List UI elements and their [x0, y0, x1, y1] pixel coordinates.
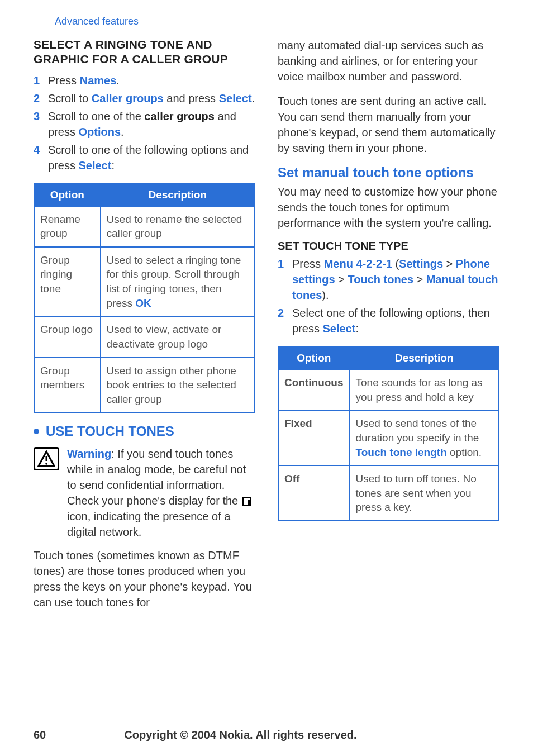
- table-row: Group logo Used to view, activate or dea…: [34, 316, 255, 357]
- right-column: many automated dial-up services such as …: [278, 37, 499, 619]
- touch-tones-key: Touch tones: [348, 273, 413, 286]
- svg-point-2: [45, 463, 47, 465]
- table-row: Off Used to turn off tones. No tones are…: [278, 465, 499, 521]
- copyright-text: Copyright © 2004 Nokia. All rights reser…: [124, 729, 499, 741]
- table-row: Group ringing tone Used to select a ring…: [34, 247, 255, 317]
- option-group-logo: Group logo: [34, 316, 101, 357]
- ok-key: OK: [135, 297, 151, 309]
- bullet-icon: [34, 429, 39, 434]
- step-1: 1 Press Names.: [34, 73, 255, 88]
- step-2: 2 Scroll to Caller groups and press Sele…: [34, 91, 255, 106]
- settings-key: Settings: [399, 258, 443, 270]
- option-off: Off: [278, 465, 350, 521]
- option-desc: Used to assign other phone book entries …: [101, 358, 255, 413]
- step-text: Select one of the following options, the…: [292, 305, 499, 336]
- step-4: 4 Scroll to one of the following options…: [34, 142, 255, 173]
- select-key: Select: [78, 159, 111, 172]
- touch-tones-cont-para: many automated dial-up services such as …: [278, 37, 499, 84]
- option-desc: Used to send tones of the duration you s…: [350, 410, 499, 465]
- digital-network-icon: [242, 497, 251, 506]
- option-group-ringing-tone: Group ringing tone: [34, 247, 101, 317]
- touch-tone-options-table: Option Description Continuous Tone sound…: [278, 346, 499, 521]
- set-touch-tone-type-heading: SET TOUCH TONE TYPE: [278, 240, 499, 253]
- option-desc: Used to turn off tones. No tones are sen…: [350, 465, 499, 521]
- option-desc: Used to rename the selected caller group: [101, 206, 255, 247]
- select-key: Select: [219, 92, 252, 104]
- touch-tone-steps: 1 Press Menu 4-2-2-1 (Settings > Phone s…: [278, 256, 499, 336]
- warning-text: Warning: If you send touch tones while i…: [67, 446, 255, 540]
- caller-group-options-table: Option Description Rename group Used to …: [34, 183, 255, 413]
- option-desc: Tone sounds for as long as you press and…: [350, 369, 499, 410]
- step-number: 4: [34, 142, 42, 173]
- table-row: Rename group Used to rename the selected…: [34, 206, 255, 247]
- use-touch-tones-heading: USE TOUCH TONES: [34, 424, 255, 439]
- warning-box: Warning: If you send touch tones while i…: [34, 446, 255, 540]
- step-3: 3 Scroll to one of the caller groups and…: [34, 108, 255, 140]
- table-row: Fixed Used to send tones of the duration…: [278, 410, 499, 465]
- step-text: Press Menu 4-2-2-1 (Settings > Phone set…: [292, 256, 499, 303]
- step-2: 2 Select one of the following options, t…: [278, 305, 499, 336]
- step-text: Scroll to one of the caller groups and p…: [48, 108, 255, 140]
- option-fixed: Fixed: [278, 410, 350, 465]
- option-group-members: Group members: [34, 358, 101, 413]
- set-manual-touch-tone-heading: Set manual touch tone options: [278, 165, 499, 180]
- step-number: 3: [34, 108, 42, 140]
- warning-icon: [34, 447, 59, 470]
- table-row: Group members Used to assign other phone…: [34, 358, 255, 413]
- menu-path: Menu 4-2-2-1: [324, 258, 392, 270]
- option-desc: Used to select a ringing tone for this g…: [101, 247, 255, 317]
- col-option: Option: [34, 184, 101, 206]
- warning-label: Warning: [67, 448, 111, 460]
- select-key: Select: [322, 322, 355, 335]
- caller-group-steps: 1 Press Names. 2 Scroll to Caller groups…: [34, 73, 255, 173]
- option-desc: Used to view, activate or deactivate gro…: [101, 316, 255, 357]
- names-key: Names: [80, 74, 117, 87]
- touch-tones-intro-para: Touch tones (sometimes known as DTMF ton…: [34, 548, 255, 610]
- step-number: 1: [278, 256, 287, 303]
- col-description: Description: [350, 347, 499, 369]
- option-rename-group: Rename group: [34, 206, 101, 247]
- left-column: SELECT A RINGING TONE AND GRAPHIC FOR A …: [34, 37, 255, 619]
- table-row: Continuous Tone sounds for as long as yo…: [278, 369, 499, 410]
- page-footer: 60 Copyright © 2004 Nokia. All rights re…: [34, 729, 499, 741]
- options-key: Options: [78, 126, 121, 138]
- step-1: 1 Press Menu 4-2-2-1 (Settings > Phone s…: [278, 256, 499, 303]
- touch-tones-active-call-para: Touch tones are sent during an active ca…: [278, 93, 499, 156]
- step-text: Scroll to Caller groups and press Select…: [48, 91, 255, 106]
- touch-tone-length-key: Touch tone length: [356, 446, 447, 458]
- caller-groups-key: Caller groups: [92, 92, 164, 104]
- step-number: 2: [34, 91, 42, 106]
- step-number: 2: [278, 305, 287, 336]
- caller-groups-bold: caller groups: [144, 110, 215, 122]
- col-description: Description: [101, 184, 255, 206]
- customize-para: You may need to customize how your phone…: [278, 184, 499, 231]
- step-number: 1: [34, 73, 42, 88]
- col-option: Option: [278, 347, 350, 369]
- breadcrumb: Advanced features: [55, 16, 499, 27]
- option-continuous: Continuous: [278, 369, 350, 410]
- page-number: 60: [34, 729, 46, 741]
- step-text: Scroll to one of the following options a…: [48, 142, 255, 173]
- step-text: Press Names.: [48, 73, 255, 88]
- caller-group-heading: SELECT A RINGING TONE AND GRAPHIC FOR A …: [34, 37, 255, 67]
